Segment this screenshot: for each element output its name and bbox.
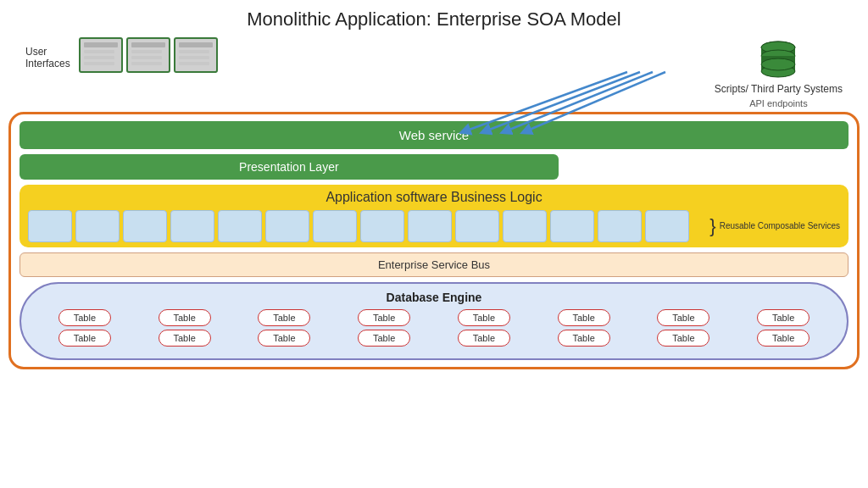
table-pill: Table <box>558 309 610 326</box>
esb-label: Enterprise Service Bus <box>378 258 490 271</box>
service-box <box>645 210 689 242</box>
window-line <box>131 62 162 65</box>
service-box <box>550 210 594 242</box>
tables-row-1: Table Table Table Table Table Table Tabl… <box>35 309 833 326</box>
ui-window-3 <box>174 37 218 73</box>
service-box <box>455 210 499 242</box>
tables-row-2: Table Table Table Table Table Table Tabl… <box>35 330 833 347</box>
table-pill: Table <box>159 309 211 326</box>
service-box <box>313 210 357 242</box>
esb-bar: Enterprise Service Bus <box>19 252 849 277</box>
service-box <box>170 210 214 242</box>
ui-window-1 <box>79 37 123 73</box>
ui-window-2 <box>126 37 170 73</box>
reusable-label-area: } Reusable Composable Services <box>708 217 840 236</box>
database-engine-container: Database Engine Table Table Table Table … <box>19 282 849 360</box>
service-box <box>123 210 167 242</box>
table-pill: Table <box>757 309 810 326</box>
service-box <box>598 210 642 242</box>
table-pill: Table <box>258 309 310 326</box>
table-pill: Table <box>159 330 211 347</box>
user-interfaces-label: UserInterfaces <box>25 46 70 70</box>
business-logic-container: Application software Business Logic <box>19 185 849 247</box>
service-box <box>408 210 452 242</box>
table-pill: Table <box>458 309 510 326</box>
window-line <box>179 62 209 65</box>
service-box <box>503 210 547 242</box>
window-line <box>131 50 162 53</box>
presentation-layer-bar: Presentation Layer <box>19 154 559 180</box>
user-interfaces-area: UserInterfaces <box>25 37 218 73</box>
api-endpoints-label: API endpoints <box>749 98 808 108</box>
table-pill: Table <box>757 330 810 347</box>
window-line <box>84 50 114 53</box>
table-pill: Table <box>258 330 310 347</box>
window-line <box>179 56 209 59</box>
window-line <box>84 62 114 65</box>
web-service-bar: Web service <box>19 121 849 149</box>
page-title: Monolithic Application: Enterprise SOA M… <box>8 8 860 30</box>
window-line <box>131 56 162 59</box>
table-pill: Table <box>558 330 610 347</box>
window-line <box>179 50 209 53</box>
web-service-label: Web service <box>399 128 469 142</box>
window-line <box>84 56 114 59</box>
top-area: UserInterfaces <box>8 37 860 108</box>
main-container: Web service Presentation Layer Applicati… <box>8 112 860 369</box>
table-pill: Table <box>657 330 709 347</box>
scripts-area: Scripts/ Third Party Systems API endpoin… <box>715 37 843 108</box>
service-box <box>218 210 262 242</box>
page: Monolithic Application: Enterprise SOA M… <box>0 0 868 488</box>
table-pill: Table <box>58 309 111 326</box>
database-cylinder-icon <box>756 37 800 81</box>
service-box <box>75 210 120 242</box>
services-grid: } Reusable Composable Services <box>28 210 840 242</box>
presentation-layer-label: Presentation Layer <box>239 160 339 174</box>
table-pill: Table <box>358 309 410 326</box>
table-pill: Table <box>458 330 510 347</box>
table-pill: Table <box>657 309 709 326</box>
business-logic-title: Application software Business Logic <box>28 190 840 205</box>
scripts-label: Scripts/ Third Party Systems <box>715 83 843 97</box>
brace-icon: } <box>709 217 715 236</box>
svg-point-11 <box>761 58 795 70</box>
service-boxes-group <box>28 210 704 242</box>
service-box <box>360 210 404 242</box>
table-pill: Table <box>58 330 111 347</box>
table-pill: Table <box>358 330 410 347</box>
service-box <box>265 210 309 242</box>
database-engine-title: Database Engine <box>35 291 833 304</box>
reusable-composable-label: Reusable Composable Services <box>720 220 840 231</box>
service-box <box>28 210 72 242</box>
